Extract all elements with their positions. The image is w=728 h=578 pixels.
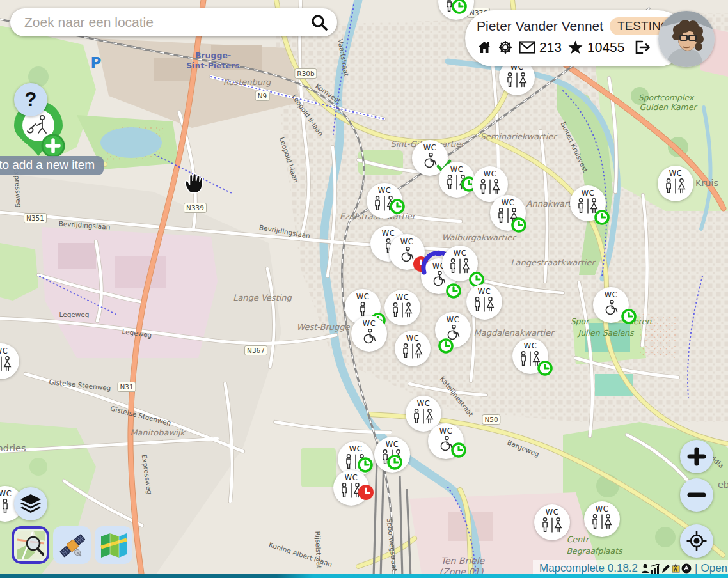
geolocate-button[interactable] bbox=[680, 524, 713, 558]
background-option-osm[interactable] bbox=[12, 526, 49, 564]
message-count: 213 bbox=[539, 40, 562, 55]
edit-pencil-icon[interactable] bbox=[661, 564, 670, 574]
marker-wc-label: WC bbox=[439, 428, 452, 435]
minus-icon bbox=[687, 485, 706, 504]
mf-figure-icon bbox=[663, 178, 688, 194]
zoom-in-button[interactable] bbox=[680, 440, 713, 473]
mf-figure-icon bbox=[380, 449, 404, 465]
marker-wc-label: WC bbox=[356, 293, 369, 301]
toilet-map-pin-mf[interactable]: WC bbox=[395, 331, 431, 366]
mf-figure-icon bbox=[400, 343, 425, 359]
toilet-map-pin-wheel[interactable]: WC bbox=[351, 316, 387, 352]
bottom-progress-bar bbox=[0, 574, 728, 578]
toilet-map-pin-mf[interactable]: WC bbox=[490, 195, 526, 231]
marker-wc-label: WC bbox=[345, 474, 358, 482]
plus-icon bbox=[687, 447, 706, 466]
theme-icon[interactable] bbox=[671, 563, 681, 574]
osm-attribution-link[interactable]: OpenStreetMap bbox=[700, 562, 728, 575]
marker-wc-label: WC bbox=[386, 441, 399, 449]
marker-wc-label: WC bbox=[363, 320, 376, 328]
mf-figure-icon bbox=[448, 258, 472, 274]
toilet-map-pin-wheel[interactable]: WC bbox=[428, 423, 464, 459]
toilet-map-pin-mf[interactable]: WC bbox=[0, 343, 19, 379]
attribution-icons bbox=[641, 563, 692, 574]
add-item-tooltip: re to add a new item bbox=[0, 156, 104, 175]
mf-figure-icon bbox=[0, 356, 13, 372]
mf-figure-icon bbox=[339, 483, 363, 499]
mf-figure-icon bbox=[344, 454, 368, 470]
marker-wc-label: WC bbox=[378, 187, 391, 195]
marker-wc-label: WC bbox=[669, 170, 682, 178]
help-label: ? bbox=[25, 88, 37, 111]
background-option-map[interactable] bbox=[95, 526, 132, 564]
toilet-map-pin-mf[interactable]: WC bbox=[570, 185, 606, 221]
statistics-icon[interactable] bbox=[650, 564, 660, 574]
toilet-map-pin-mf[interactable]: WC bbox=[466, 284, 502, 320]
marker-wc-label: WC bbox=[478, 288, 491, 296]
gear-icon[interactable] bbox=[498, 40, 513, 55]
marker-wc-label: WC bbox=[484, 171, 496, 178]
mf-figure-icon bbox=[372, 196, 397, 212]
toilet-map-pin-mf[interactable]: WC bbox=[658, 166, 693, 201]
satellite-background-icon bbox=[58, 531, 87, 560]
toilet-map-pin-wheel[interactable]: WC bbox=[389, 234, 425, 270]
wheel-figure-icon bbox=[395, 247, 419, 263]
mf-figure-icon bbox=[576, 198, 600, 214]
home-icon[interactable] bbox=[477, 40, 492, 55]
mail-icon[interactable] bbox=[519, 41, 535, 54]
marker-wc-label: WC bbox=[382, 230, 395, 238]
toilet-map-pin-mf[interactable]: WC bbox=[438, 0, 474, 20]
mf-figure-icon bbox=[505, 72, 529, 88]
single-figure-icon bbox=[351, 302, 375, 318]
background-option-satellite[interactable] bbox=[53, 526, 91, 564]
toilet-map-pin-mf[interactable]: WC bbox=[367, 183, 402, 219]
toilet-map-pin-mf[interactable]: WC bbox=[584, 501, 620, 537]
toilet-map-pin-mf[interactable]: WC bbox=[534, 504, 570, 540]
marker-wc-label: WC bbox=[349, 446, 362, 453]
community-icon[interactable] bbox=[681, 563, 692, 574]
attribution-separator: | bbox=[695, 562, 697, 575]
toilet-map-pin-mf[interactable]: WC bbox=[374, 437, 410, 473]
search-bar bbox=[10, 8, 337, 36]
user-avatar[interactable] bbox=[658, 11, 715, 67]
marker-wc-label: WC bbox=[582, 190, 594, 198]
star-icon[interactable] bbox=[567, 40, 583, 55]
mf-figure-icon bbox=[518, 351, 542, 367]
toilet-map-pin-mf[interactable]: WC bbox=[442, 246, 478, 281]
search-input[interactable] bbox=[23, 14, 310, 31]
toilet-map-pin-mf[interactable]: WC bbox=[333, 470, 369, 506]
wheel-figure-icon bbox=[599, 300, 623, 316]
toilet-map-pin-wheel[interactable]: WC bbox=[435, 312, 471, 348]
marker-wc-label: WC bbox=[450, 166, 463, 174]
marker-wc-label: WC bbox=[406, 335, 419, 343]
markers-layer: WCWCWCWCWCWCWCWCWCWCWCWCWCWCWCWCWCWCWCWC… bbox=[0, 0, 728, 578]
mf-figure-icon bbox=[390, 302, 415, 318]
marker-wc-label: WC bbox=[454, 250, 466, 258]
logout-icon[interactable] bbox=[634, 40, 651, 55]
wheel-figure-icon bbox=[418, 153, 442, 169]
marker-wc-label: WC bbox=[0, 348, 8, 355]
wheel-figure-icon bbox=[441, 325, 465, 341]
toilet-map-pin-mf[interactable]: WC bbox=[512, 338, 548, 374]
marker-wc-label: WC bbox=[596, 506, 608, 513]
toilet-map-pin-wheel[interactable]: WC bbox=[593, 287, 629, 323]
toilet-map-pin-mf[interactable]: WC bbox=[384, 290, 420, 325]
toilet-map-pin-mf[interactable]: WC bbox=[439, 162, 475, 198]
version-link[interactable]: Mapcomplete 0.18.2 bbox=[539, 562, 638, 575]
marker-wc-label: WC bbox=[447, 316, 459, 324]
help-button[interactable]: ? bbox=[14, 83, 47, 116]
changeset-count: 10455 bbox=[587, 40, 624, 55]
layers-button[interactable] bbox=[14, 487, 47, 520]
user-name: Pieter Vander Vennet bbox=[477, 19, 603, 34]
marker-wc-label: WC bbox=[502, 199, 514, 207]
contributors-icon[interactable] bbox=[641, 564, 649, 574]
folded-map-icon bbox=[99, 531, 129, 560]
mf-figure-icon bbox=[444, 0, 468, 13]
mf-figure-icon bbox=[411, 409, 436, 425]
wheel-figure-icon bbox=[434, 436, 458, 452]
background-chooser bbox=[12, 526, 132, 564]
zoom-out-button[interactable] bbox=[680, 478, 713, 512]
search-icon[interactable] bbox=[310, 13, 328, 31]
marker-wc-label: WC bbox=[396, 294, 409, 302]
mf-figure-icon bbox=[590, 514, 614, 530]
